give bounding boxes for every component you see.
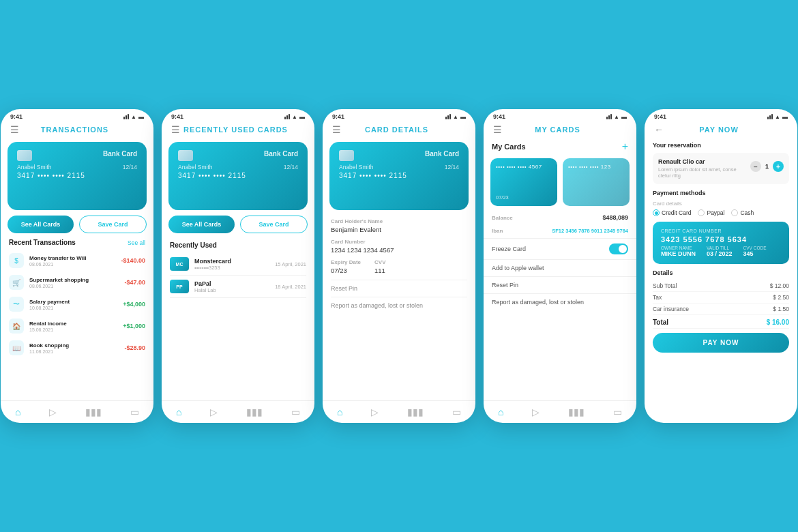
menu-icon-2[interactable]: ☰ xyxy=(171,124,180,135)
used-item-1[interactable]: MC Monstercard ••••••••3253 15 April, 20… xyxy=(170,253,306,276)
monstercard-logo: MC xyxy=(170,257,189,271)
back-arrow-5[interactable]: ← xyxy=(654,124,664,135)
pay-now-btn[interactable]: PAY NOW xyxy=(653,333,789,353)
card-bank-name-2: Bank Card xyxy=(264,150,298,158)
res-desc: Lorem ipsum dolor sit amet, conse ctetur… xyxy=(658,166,750,179)
wifi-icon-2: ▲ xyxy=(292,114,297,120)
details-title: Details xyxy=(653,269,789,276)
balance-value: $488,089 xyxy=(602,214,628,221)
card-chip-1 xyxy=(17,150,32,161)
battery-icon-5: ▬ xyxy=(782,114,788,120)
stats-icon-1[interactable]: ▮▮▮ xyxy=(85,407,102,417)
stats-icon-3[interactable]: ▮▮▮ xyxy=(407,407,424,417)
menu-icon-1[interactable]: ☰ xyxy=(10,124,19,135)
cvv-label: CVV xyxy=(374,259,385,265)
nav-title-4: MY CARDS xyxy=(535,125,580,134)
cash-opt[interactable]: Cash xyxy=(731,209,754,216)
paypal-radio[interactable] xyxy=(698,209,705,216)
expiry-label: Expiry Date xyxy=(331,259,361,265)
iban-value: SF12 3456 7878 9011 2345 9764 xyxy=(552,228,628,234)
see-all-cards-btn-2[interactable]: See All Cards xyxy=(168,216,235,233)
credit-card-opt[interactable]: Credit Card xyxy=(653,209,691,216)
battery-icon-3: ▬ xyxy=(460,114,466,120)
card-bank-name-3: Bank Card xyxy=(425,150,459,158)
used-item-date-2: 18 April, 2021 xyxy=(275,284,306,290)
detail-cvv: CVV 111 xyxy=(374,259,385,274)
card-icon-4[interactable]: ▭ xyxy=(613,407,622,417)
send-icon-2[interactable]: ▷ xyxy=(210,407,218,417)
home-icon-1[interactable]: ⌂ xyxy=(15,407,20,417)
paypal-opt[interactable]: Paypal xyxy=(698,209,724,216)
apple-wallet-action[interactable]: Add to Apple wallet xyxy=(484,259,636,276)
qty-minus-btn[interactable]: − xyxy=(750,161,761,172)
paypal-logo: PP xyxy=(170,280,189,293)
add-card-btn[interactable]: + xyxy=(622,141,628,153)
card-icon-3[interactable]: ▭ xyxy=(452,407,461,417)
card-icon-2[interactable]: ▭ xyxy=(291,407,300,417)
phone-my-cards: 9:41 ▲ ▬ ☰ MY CARDS My Cards + •••• ••••… xyxy=(484,109,636,423)
cc-owner: OWNER NAME MIKE DUNN xyxy=(661,246,696,257)
stats-icon-2[interactable]: ▮▮▮ xyxy=(246,407,263,417)
card-holder-2: Anabel Smith xyxy=(178,164,213,171)
report-action[interactable]: Report as damaged, lost or stolen xyxy=(331,297,467,314)
my-cards-grid: •••• •••• •••• 4567 07/23 •••• •••• ••••… xyxy=(484,156,636,211)
menu-icon-3[interactable]: ☰ xyxy=(332,124,341,135)
home-icon-2[interactable]: ⌂ xyxy=(176,407,181,417)
tx-item-3: 〜 Salary payment 10.08.2021 +$4,000 xyxy=(1,293,153,315)
used-item-2[interactable]: PP PaPal Halal Lab 18 April, 2021 xyxy=(170,276,306,298)
status-icons-5: ▲ ▬ xyxy=(767,114,788,120)
freeze-card-label: Freeze Card xyxy=(492,246,526,252)
see-all-cards-btn-1[interactable]: See All Cards xyxy=(8,216,74,233)
save-card-btn-1[interactable]: Save Card xyxy=(79,216,147,233)
reset-pin-my-cards[interactable]: Reset Pin xyxy=(484,276,636,293)
send-icon-4[interactable]: ▷ xyxy=(532,407,540,417)
reservation-box: Renault Clio car Lorem ipsum dolor sit a… xyxy=(653,153,789,184)
cc-cvv-label: CVV CODE xyxy=(743,246,767,250)
paypal-label: Paypal xyxy=(707,209,724,216)
freeze-card-row[interactable]: Freeze Card xyxy=(484,238,636,259)
transactions-list: $ Money transfer to Will 08.06.2021 -$14… xyxy=(1,250,153,400)
card-holder-3: Anabel Smith xyxy=(339,164,374,171)
card-expiry-1: 12/14 xyxy=(123,164,137,171)
stats-icon-4[interactable]: ▮▮▮ xyxy=(568,407,585,417)
card-number-value: 1234 1234 1234 4567 xyxy=(331,246,467,254)
credit-card-radio[interactable] xyxy=(653,209,660,216)
status-time-3: 9:41 xyxy=(332,113,344,120)
reservation-title: Your reservation xyxy=(653,142,789,149)
reset-pin-action[interactable]: Reset Pin xyxy=(331,280,467,297)
credit-card-1: Bank Card Anabel Smith 12/14 3417 •••• •… xyxy=(8,142,147,210)
tx-date-4: 15.06.2021 xyxy=(29,327,117,332)
menu-icon-4[interactable]: ☰ xyxy=(493,124,502,135)
phone-transactions: 9:41 ▲ ▬ ☰ TRANSACTIONS Bank Card Anabel… xyxy=(1,109,153,423)
home-icon-4[interactable]: ⌂ xyxy=(498,407,503,417)
nav-bar-1: ☰ TRANSACTIONS xyxy=(1,121,153,139)
status-time-4: 9:41 xyxy=(493,113,505,120)
send-icon-1[interactable]: ▷ xyxy=(49,407,57,417)
card-icon-1[interactable]: ▭ xyxy=(130,407,139,417)
mini-card-1[interactable]: •••• •••• •••• 4567 07/23 xyxy=(490,158,557,206)
status-bar-5: 9:41 ▲ ▬ xyxy=(645,109,797,121)
report-damaged-action[interactable]: Report as damaged, lost or stolen xyxy=(484,293,636,310)
nav-bar-3: ☰ CARD DETAILS xyxy=(323,121,475,139)
battery-icon-1: ▬ xyxy=(138,114,144,120)
expiry-value: 07/23 xyxy=(331,267,361,274)
status-icons-4: ▲ ▬ xyxy=(606,114,627,120)
card-holder-row-1: Anabel Smith 12/14 xyxy=(17,164,137,171)
tx-info-1: Money transfer to Will 08.06.2021 xyxy=(29,255,115,267)
recently-used-section: Recently Used MC Monstercard ••••••••325… xyxy=(162,239,314,298)
nav-title-3: CARD DETAILS xyxy=(365,125,428,134)
see-all-link-1[interactable]: See all xyxy=(128,239,145,246)
cc-bottom: OWNER NAME MIKE DUNN VALID TILL 03 / 202… xyxy=(661,246,781,257)
freeze-toggle[interactable] xyxy=(609,243,628,254)
home-icon-3[interactable]: ⌂ xyxy=(337,407,342,417)
cash-radio[interactable] xyxy=(731,209,738,216)
mini-card-2[interactable]: •••• •••• •••• 123 xyxy=(563,158,630,206)
send-icon-3[interactable]: ▷ xyxy=(371,407,379,417)
save-card-btn-2[interactable]: Save Card xyxy=(240,216,308,233)
payment-methods-title: Payment methods xyxy=(653,190,789,196)
recent-tx-title: Recent Transactions xyxy=(9,239,76,246)
tx-date-3: 10.08.2021 xyxy=(29,306,117,310)
qty-plus-btn[interactable]: + xyxy=(773,161,784,172)
card-bank-name-1: Bank Card xyxy=(103,150,137,158)
tx-amount-4: +$1,000 xyxy=(123,323,145,329)
